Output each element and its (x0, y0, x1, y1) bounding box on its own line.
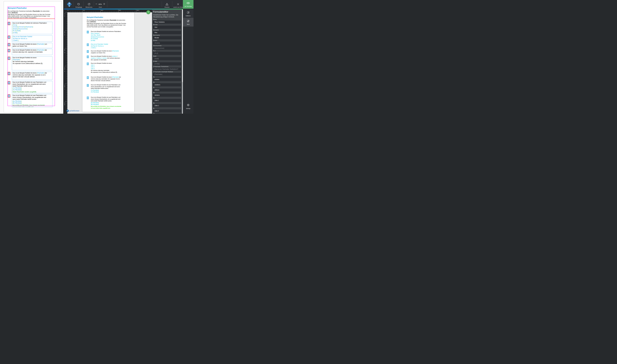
ruler-label: 49.8 (101, 10, 103, 11)
field-label: 5d (153, 113, 181, 114)
field-input[interactable] (153, 57, 181, 60)
redo-button[interactable]: Wiederholen (84, 1, 94, 8)
form-subtitle: Vordefinierte Felder hier ausfüllen. Die… (153, 14, 182, 18)
form-field: Stadt (152, 55, 182, 60)
ruler-tick (100, 10, 101, 12)
item-text: [Das ist ein Platzhalter-Textfeldmit Pla… (91, 43, 133, 49)
field-label: Straße (153, 39, 181, 41)
printformer-logo-icon: P (67, 2, 72, 7)
document-page: Beispiel-Platzhalter Die nachfolgenden T… (82, 12, 134, 112)
field-input[interactable] (153, 83, 181, 86)
redo-label: Wiederholen (85, 7, 92, 8)
preview-box: Das ist ein Beispiel-Textfeld mit zwei P… (12, 81, 53, 93)
field-input[interactable] (153, 99, 181, 102)
field-label: 4d (153, 92, 181, 93)
form-field: 4a (152, 76, 182, 81)
scrollbar-thumb[interactable] (182, 10, 183, 82)
edit-lines-icon (187, 19, 190, 23)
ruler-tick (118, 10, 118, 12)
progress-bar (64, 9, 193, 10)
hinweise-button[interactable]: Hinweise (162, 1, 172, 8)
field-input[interactable] (153, 93, 181, 97)
form-field: PLZ (152, 50, 182, 55)
doc-paragraph: Die nachfolgenden Textrahmen beinhalten … (87, 19, 126, 28)
box-badge: 4 (8, 49, 10, 52)
settings-button[interactable]: Settings (183, 100, 193, 112)
field-label: 5a (153, 97, 181, 99)
redo-icon (87, 2, 91, 6)
box-badge: 1 (8, 22, 10, 25)
field-input[interactable] (153, 67, 181, 71)
ruler-label: 149.4 (64, 67, 65, 72)
preview-box: Das ist ein Beispiel-Textfeld mit einem … (12, 49, 53, 55)
item-text: Das ist ein Beispiel-Textfeld mit einem … (91, 55, 133, 61)
field-input[interactable] (153, 31, 181, 34)
undo-icon (77, 2, 80, 6)
field-input[interactable] (153, 88, 181, 91)
field-input[interactable] (153, 78, 181, 81)
field-input[interactable] (153, 20, 181, 24)
ruler-horizontal: .80.049.899.6149.4 (64, 10, 152, 12)
form-field: 5b (152, 102, 182, 107)
preview-mode-button[interactable]: zur Vorschau (183, 0, 193, 9)
field-input[interactable] (153, 104, 181, 107)
toolbar: P Rückgängig Wiederholen 80% Zoom (64, 0, 183, 9)
item-text: Das ist ein Beispiel-Textfeld mit einem … (91, 76, 133, 82)
ruler-tick (65, 48, 67, 48)
zoom-control: 80% Zoom (93, 1, 108, 8)
form-field: Straße (152, 39, 182, 45)
field-input[interactable] (153, 47, 181, 50)
item-badge: 5 (87, 63, 89, 65)
item-text: Das ist ein Beispiel-Textfeld mit einemZ… (91, 62, 133, 73)
zoom-out-button[interactable] (95, 3, 97, 6)
warning-icon (165, 2, 169, 6)
box-badge: 2 (8, 36, 10, 39)
item-text: Das ist ein Beispiel-Textfeld mit zwei P… (91, 84, 133, 93)
strict-mode-button[interactable]: Strict (183, 18, 193, 26)
field-input[interactable] (153, 26, 181, 29)
item-badge: 2 (87, 43, 89, 46)
form-field: 4b (152, 81, 182, 87)
item-badge: 4 (87, 55, 89, 58)
next-page-button[interactable] (146, 10, 150, 14)
field-input[interactable] (153, 36, 181, 39)
form-field: Firma (152, 19, 182, 24)
zoom-value: 80% (99, 3, 102, 5)
preview-box: Das ist ein Beispiel-Textfeld mit einem … (12, 72, 53, 80)
field-label: Nachname (153, 34, 181, 36)
item-badge: 8 (87, 96, 89, 99)
edit-mode-button[interactable]: Editieren (183, 10, 193, 18)
form-editor-panel: Formulareditor Vordefinierte Felder hier… (152, 10, 183, 114)
field-input[interactable] (153, 109, 181, 113)
settings-label: Settings (186, 108, 191, 109)
preview-page: Beispiel-Platzhalter Die nachfolgenden T… (4, 1, 62, 112)
field-input[interactable] (153, 52, 181, 55)
undo-button[interactable]: Rückgängig (74, 1, 84, 8)
box-badge: 3 (8, 43, 10, 46)
field-label: 4a (153, 76, 181, 78)
form-field: 2 Platzhater-Textrahmen (152, 66, 182, 71)
back-to-shop-button[interactable]: zurück zum Shop (172, 1, 184, 8)
form-title: Formulareditor (153, 11, 168, 13)
preview-doc-paragraph: Die nachfolgenden Textrahmen beinhalten … (8, 10, 55, 18)
preview-box: Das ist ein Beispiel-Textfeld mit zwei P… (12, 94, 53, 107)
right-rail: zur Vorschau Editieren Strict Setti (183, 0, 193, 114)
undo-label: Rückgängig (76, 7, 82, 8)
field-input[interactable] (153, 62, 181, 65)
red-underline (8, 19, 55, 19)
field-label: E-Mail (153, 60, 181, 62)
field-label: 2 Platzhater-Textrahmen (153, 66, 181, 67)
field-input[interactable] (153, 73, 181, 76)
item-text: Das ist ein Beispiel-Textfeld mit mehrer… (91, 31, 133, 41)
item-badge: 7 (87, 84, 89, 87)
field-label: Anrede (153, 24, 181, 26)
box-badge: 7 (8, 81, 10, 84)
close-icon (177, 2, 179, 6)
item-badge: 6 (87, 76, 89, 79)
ruler-vertical: 0.049.899.6149.4199.2249 (64, 12, 67, 114)
box-badge: 6 (8, 72, 10, 75)
item-badge: 1 (87, 31, 89, 33)
zoom-in-button[interactable] (103, 3, 105, 6)
field-input[interactable] (153, 41, 181, 45)
preview-doc-title: Beispiel-Platzhalter (8, 7, 27, 9)
